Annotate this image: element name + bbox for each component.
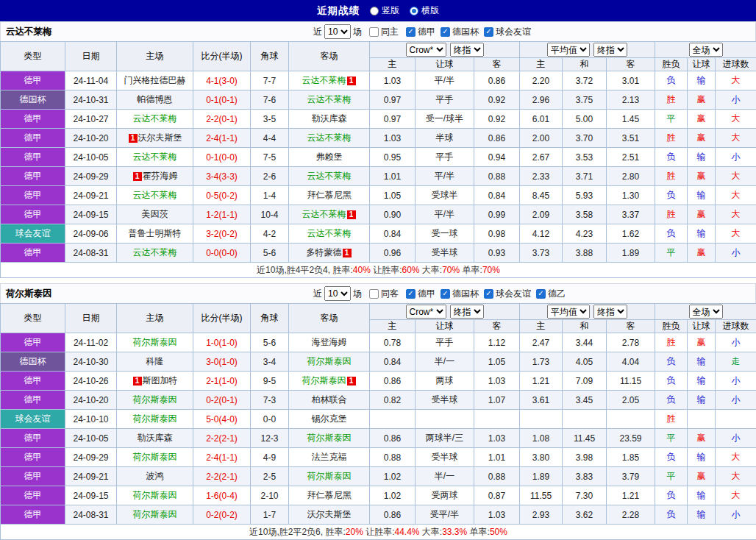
match-count-select[interactable]: 10 [324,286,351,301]
same-venue-filter[interactable]: 同主 [369,26,399,38]
checkbox-unchecked-icon[interactable] [369,289,379,299]
team-name-link[interactable]: 荷尔斯泰因 [133,490,177,500]
score-cell[interactable]: 3-2(0-2) [193,224,251,244]
team-name-link[interactable]: 美因茨 [142,209,168,219]
league-filter[interactable]: ✓德甲 [406,288,435,300]
match-scope-select[interactable]: 全场 [689,43,723,57]
team-name-link[interactable]: 荷尔斯泰因 [133,337,177,347]
layout-radio-vertical[interactable]: 竖版 [370,4,399,17]
team-name-link[interactable]: 拜仁慕尼黑 [307,190,352,200]
radio-unselected-icon[interactable] [370,7,379,15]
team-name-link[interactable]: 斯图加特 [143,375,178,386]
league-filter[interactable]: ✓德国杯 [441,26,479,38]
team-name-link[interactable]: 云达不莱梅 [133,247,177,257]
score-cell[interactable]: 2-4(1-1) [193,129,251,148]
score-cell[interactable]: 0-1(0-0) [193,148,251,167]
odds-stage-select-2[interactable]: 终指 [593,43,627,57]
team-name-link[interactable]: 法兰克福 [312,452,347,462]
team-name-link[interactable]: 荷尔斯泰因 [307,356,352,366]
average-select[interactable]: 平均值 [547,305,590,319]
league-filter[interactable]: ✓德国杯 [441,288,479,300]
team-name-link[interactable]: 柏林联合 [312,394,347,405]
score-cell[interactable]: 0-1(0-1) [193,90,251,110]
score-cell[interactable]: 1-2(1-1) [193,205,251,224]
score-cell[interactable]: 0-0(0-0) [193,244,251,263]
team-name-link[interactable]: 云达不莱梅 [307,171,352,181]
team-name-link[interactable]: 云达不莱梅 [133,190,177,200]
team-name-link[interactable]: 荷尔斯泰因 [133,509,177,519]
result-goals: 小 [716,391,756,410]
team-name-link[interactable]: 帕德博恩 [138,94,173,104]
team-name-link[interactable]: 沃尔夫斯堡 [307,509,352,519]
odds-stage-select-2[interactable]: 终指 [593,305,627,319]
team-name-link[interactable]: 云达不莱梅 [302,75,346,85]
team-name-link[interactable]: 锡尔克堡 [312,413,347,424]
team-name-link[interactable]: 科隆 [146,356,164,366]
team-name-link[interactable]: 普鲁士明斯特 [129,228,182,238]
checkbox-unchecked-icon[interactable] [369,27,379,37]
score-cell[interactable]: 4-1(3-0) [193,71,251,90]
team-name-link[interactable]: 荷尔斯泰因 [133,394,177,405]
team-name-link[interactable]: 云达不莱梅 [307,228,352,238]
score-cell[interactable]: 0-2(0-1) [193,391,251,410]
same-venue-filter[interactable]: 同客 [369,288,399,300]
bookmaker-select[interactable]: Crow* [406,305,446,319]
team-name-link[interactable]: 荷尔斯泰因 [307,433,352,443]
team-name-link[interactable]: 云达不莱梅 [133,152,177,162]
team-name-link[interactable]: 荷尔斯泰因 [302,375,346,386]
team-name-link[interactable]: 海登海姆 [312,337,347,347]
odds-stage-select[interactable]: 终指 [450,43,484,57]
avg-away: 23.59 [607,429,655,448]
team-name-link[interactable]: 云达不莱梅 [307,94,352,104]
score-cell[interactable]: 2-2(2-1) [193,429,251,448]
bookmaker-select[interactable]: Crow* [406,43,446,57]
avg-away [607,410,655,429]
league-filter[interactable]: ✓球会友谊 [484,26,531,38]
team-name-link[interactable]: 霍芬海姆 [143,171,178,181]
checkbox-checked-icon[interactable]: ✓ [484,27,493,37]
score-cell[interactable]: 3-0(1-0) [193,352,251,372]
team-name-link[interactable]: 荷尔斯泰因 [133,413,177,424]
checkbox-checked-icon[interactable]: ✓ [484,289,493,299]
radio-selected-icon[interactable] [410,7,418,15]
score-cell[interactable]: 2-2(2-1) [193,467,251,486]
team-name-link[interactable]: 荷尔斯泰因 [307,471,352,481]
league-type-badge: 球会友谊 [1,410,65,429]
score-cell[interactable]: 2-1(1-0) [193,372,251,391]
league-filter[interactable]: ✓德乙 [536,288,566,300]
score-cell[interactable]: 0-2(0-2) [193,505,251,525]
score-cell[interactable]: 2-4(1-1) [193,448,251,467]
score-cell[interactable]: 1-0(1-0) [193,333,251,352]
team-name-link[interactable]: 门兴格拉德巴赫 [124,75,186,85]
team-name-link[interactable]: 云达不莱梅 [302,209,346,219]
average-select[interactable]: 平均值 [547,43,590,57]
odds-stage-select[interactable]: 终指 [450,305,484,319]
layout-radio-horizontal[interactable]: 横版 [410,4,439,17]
team-name-link[interactable]: 拜仁慕尼黑 [307,490,352,500]
checkbox-checked-icon[interactable]: ✓ [441,27,450,37]
team-name-link[interactable]: 云达不莱梅 [133,113,177,124]
score-cell[interactable]: 2-2(0-1) [193,110,251,129]
score-cell[interactable]: 0-5(0-2) [193,186,251,205]
checkbox-checked-icon[interactable]: ✓ [406,27,416,37]
team-name-link[interactable]: 沃尔夫斯堡 [138,132,182,143]
odds-home: 0.97 [370,90,416,110]
score-cell[interactable]: 1-6(0-4) [193,486,251,505]
team-name-link[interactable]: 荷尔斯泰因 [133,452,177,462]
league-type-badge: 德甲 [1,129,65,148]
team-name-link[interactable]: 弗赖堡 [316,152,343,162]
team-name-link[interactable]: 勒沃库森 [138,433,173,443]
team-name-link[interactable]: 多特蒙德 [307,247,342,257]
checkbox-checked-icon[interactable]: ✓ [406,289,416,299]
league-filter[interactable]: ✓球会友谊 [484,288,531,300]
score-cell[interactable]: 3-4(3-3) [193,167,251,186]
team-name-link[interactable]: 勒沃库森 [312,113,347,124]
score-cell[interactable]: 5-0(4-0) [193,410,251,429]
league-filter[interactable]: ✓德甲 [406,26,435,38]
checkbox-checked-icon[interactable]: ✓ [536,289,546,299]
checkbox-checked-icon[interactable]: ✓ [441,289,450,299]
team-name-link[interactable]: 云达不莱梅 [307,132,352,143]
team-name-link[interactable]: 波鸿 [146,471,164,481]
match-scope-select[interactable]: 全场 [689,305,723,319]
match-count-select[interactable]: 10 [324,24,351,39]
